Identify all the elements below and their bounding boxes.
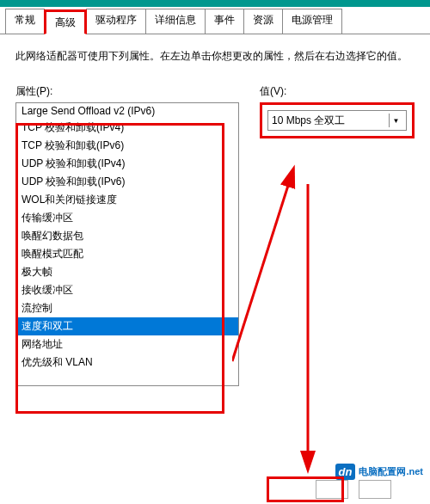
watermark-tld: .net: [406, 466, 423, 476]
window-titlebar: [0, 0, 430, 7]
tab-events[interactable]: 事件: [205, 9, 244, 34]
list-item[interactable]: Large Send Offload v2 (IPv6): [16, 103, 238, 119]
description-text: 此网络适配器可使用下列属性。在左边单击你想更改的属性，然后在右边选择它的值。: [15, 48, 415, 64]
watermark-text: 电脑配置网.net: [359, 465, 423, 478]
list-item[interactable]: UDP 校验和卸载(IPv6): [16, 173, 238, 191]
tab-advanced[interactable]: 高级: [44, 9, 87, 34]
property-listbox[interactable]: Large Send Offload v2 (IPv6) TCP 校验和卸载(I…: [15, 102, 239, 386]
list-item[interactable]: 唤醒模式匹配: [16, 245, 238, 263]
tab-strip: 常规 高级 驱动程序 详细信息 事件 资源 电源管理: [0, 9, 430, 34]
watermark-site: 电脑配置网: [359, 466, 406, 476]
list-item[interactable]: 传输缓冲区: [16, 209, 238, 227]
list-item[interactable]: TCP 校验和卸载(IPv4): [16, 119, 238, 137]
value-label: 值(V):: [260, 84, 415, 99]
list-item[interactable]: UDP 校验和卸载(IPv4): [16, 155, 238, 173]
value-dropdown[interactable]: 10 Mbps 全双工 ▼: [267, 110, 407, 131]
tab-general[interactable]: 常规: [5, 9, 45, 34]
ok-button[interactable]: [316, 480, 348, 499]
chevron-down-icon[interactable]: ▼: [389, 114, 402, 127]
watermark-logo-icon: dn: [335, 464, 356, 480]
list-item[interactable]: 唤醒幻数据包: [16, 227, 238, 245]
list-item[interactable]: TCP 校验和卸载(IPv6): [16, 137, 238, 155]
tab-power[interactable]: 电源管理: [282, 9, 342, 34]
tab-details[interactable]: 详细信息: [145, 9, 206, 34]
list-item[interactable]: WOL和关闭链接速度: [16, 191, 238, 209]
list-item[interactable]: 网络地址: [16, 335, 238, 353]
list-item[interactable]: 极大帧: [16, 263, 238, 281]
list-item[interactable]: 流控制: [16, 299, 238, 317]
tab-driver[interactable]: 驱动程序: [86, 9, 146, 34]
dialog-buttons: [316, 480, 391, 499]
tab-content: 此网络适配器可使用下列属性。在左边单击你想更改的属性，然后在右边选择它的值。 属…: [0, 34, 430, 400]
list-item[interactable]: 优先级和 VLAN: [16, 353, 238, 372]
watermark: dn 电脑配置网.net: [335, 464, 423, 480]
property-label: 属性(P):: [15, 84, 239, 99]
list-item-selected[interactable]: 速度和双工: [16, 317, 238, 335]
value-highlight-box: 10 Mbps 全双工 ▼: [260, 102, 415, 138]
tab-resources[interactable]: 资源: [243, 9, 283, 34]
list-item[interactable]: 接收缓冲区: [16, 281, 238, 299]
dropdown-selected-value: 10 Mbps 全双工: [272, 114, 389, 128]
cancel-button[interactable]: [359, 480, 391, 499]
